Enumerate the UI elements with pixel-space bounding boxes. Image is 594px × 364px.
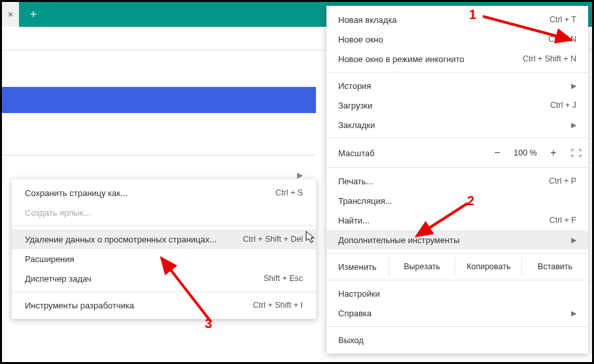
menu-separator	[326, 72, 588, 73]
menu-label: Выход	[338, 335, 576, 345]
submenu-item-create-shortcut[interactable]: Создать ярлык...	[12, 203, 316, 222]
menu-shortcut: Ctrl + Shift + Del	[243, 235, 303, 244]
edit-cut-button[interactable]: Вырезать	[389, 257, 455, 276]
menu-separator	[326, 138, 588, 139]
menu-shortcut: Shift + Esc	[264, 274, 303, 283]
menu-shortcut: Ctrl + J	[550, 101, 576, 110]
menu-label: Печать...	[338, 176, 549, 186]
menu-item-downloads[interactable]: Загрузки Ctrl + J	[326, 95, 588, 115]
menu-separator	[12, 225, 316, 226]
menu-label: Расширения	[25, 254, 303, 264]
menu-item-more-tools[interactable]: Дополнительные инструменты ▶	[326, 230, 588, 250]
chevron-right-icon: ▶	[297, 171, 303, 180]
menu-item-edit-row: Изменить Вырезать Копировать Вставить	[326, 257, 588, 276]
menu-shortcut: Ctrl + Shift + N	[523, 54, 576, 63]
menu-label: Создать ярлык...	[25, 208, 303, 218]
browser-main-menu: Новая вкладка Ctrl + T Новое окно Ctrl +…	[326, 6, 588, 354]
menu-label: Изменить	[326, 257, 389, 276]
menu-separator	[12, 291, 316, 292]
menu-separator	[326, 167, 588, 168]
menu-item-find[interactable]: Найти... Ctrl + F	[326, 210, 588, 230]
zoom-out-button[interactable]: −	[486, 147, 508, 159]
browser-window: × + — ✕ ☆ ▶ Новая вкладка C	[0, 0, 594, 364]
menu-shortcut: Ctrl + Shift + I	[253, 301, 303, 310]
submenu-item-extensions[interactable]: Расширения	[12, 249, 316, 269]
menu-shortcut: Ctrl + P	[549, 176, 576, 186]
menu-label: Дополнительные инструменты	[338, 235, 566, 245]
menu-shortcut: Ctrl + F	[550, 216, 576, 225]
menu-item-settings[interactable]: Настройки	[326, 284, 588, 303]
menu-item-new-tab[interactable]: Новая вкладка Ctrl + T	[326, 10, 588, 29]
menu-label: Новая вкладка	[338, 15, 550, 25]
menu-separator	[326, 326, 588, 327]
chevron-right-icon: ▶	[571, 236, 576, 244]
menu-label: Найти...	[338, 216, 550, 225]
fullscreen-icon[interactable]	[568, 148, 584, 158]
menu-shortcut: Ctrl + N	[548, 35, 576, 44]
menu-label: Сохранить страницу как...	[25, 188, 275, 198]
new-tab-button[interactable]: +	[19, 2, 48, 27]
zoom-value: 100 %	[508, 148, 542, 157]
edit-paste-button[interactable]: Вставить	[521, 257, 588, 276]
chevron-right-icon: ▶	[571, 309, 576, 318]
edit-copy-button[interactable]: Копировать	[455, 257, 521, 276]
menu-label: Удаление данных о просмотренных страница…	[25, 235, 243, 244]
menu-label: Справка	[338, 308, 566, 318]
menu-item-bookmarks[interactable]: Закладки ▶	[326, 115, 588, 135]
menu-item-exit[interactable]: Выход	[326, 330, 588, 350]
menu-label: Настройки	[338, 289, 576, 299]
menu-label: Новое окно	[338, 35, 548, 44]
submenu-item-save-as[interactable]: Сохранить страницу как... Ctrl + S	[12, 183, 316, 203]
menu-label: Масштаб	[338, 148, 486, 158]
menu-item-history[interactable]: История ▶	[326, 76, 588, 95]
mouse-cursor-icon	[306, 231, 316, 244]
menu-label: Диспетчер задач	[25, 274, 264, 284]
menu-separator	[326, 280, 588, 280]
menu-item-cast[interactable]: Трансляция...	[326, 191, 588, 210]
zoom-in-button[interactable]: +	[542, 147, 565, 159]
menu-label: Инструменты разработчика	[25, 301, 253, 310]
chevron-right-icon: ▶	[571, 121, 576, 129]
menu-item-zoom: Масштаб − 100 % +	[326, 142, 588, 164]
menu-label: Загрузки	[338, 101, 550, 110]
menu-item-new-window[interactable]: Новое окно Ctrl + N	[326, 29, 588, 49]
menu-item-help[interactable]: Справка ▶	[326, 303, 588, 323]
tab-close-button[interactable]: ×	[2, 2, 19, 27]
more-tools-submenu: Сохранить страницу как... Ctrl + S Созда…	[12, 179, 316, 319]
menu-item-print[interactable]: Печать... Ctrl + P	[326, 171, 588, 191]
menu-label: История	[338, 81, 566, 91]
menu-shortcut: Ctrl + T	[550, 15, 576, 24]
menu-label: Закладки	[338, 120, 566, 130]
menu-item-incognito[interactable]: Новое окно в режиме инкогнито Ctrl + Shi…	[326, 49, 588, 69]
submenu-item-clear-browsing-data[interactable]: Удаление данных о просмотренных страница…	[12, 229, 316, 249]
menu-shortcut: Ctrl + S	[275, 188, 303, 197]
submenu-item-dev-tools[interactable]: Инструменты разработчика Ctrl + Shift + …	[12, 295, 316, 315]
page-header-band	[2, 87, 316, 113]
chevron-right-icon: ▶	[571, 82, 576, 90]
menu-label: Трансляция...	[338, 196, 576, 206]
menu-label: Новое окно в режиме инкогнито	[338, 54, 523, 64]
menu-separator	[326, 253, 588, 254]
submenu-item-task-manager[interactable]: Диспетчер задач Shift + Esc	[12, 269, 316, 288]
